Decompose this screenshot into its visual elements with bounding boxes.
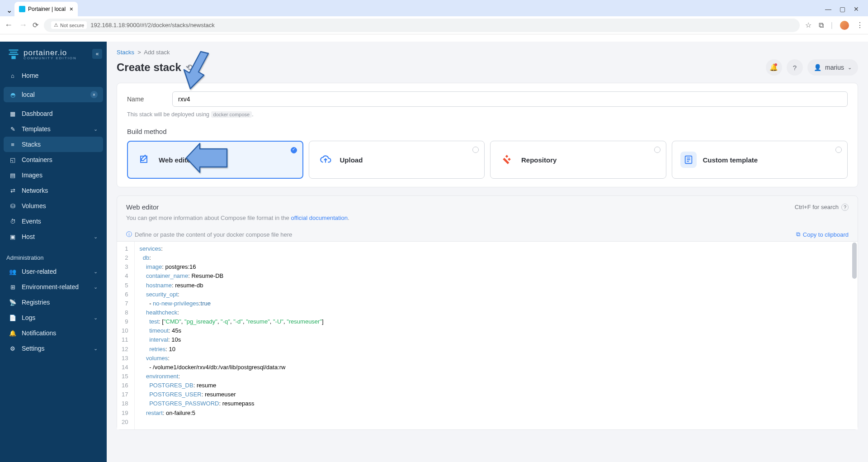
portainer-logo-icon [7,48,20,61]
method-label: Upload [340,156,363,164]
minimize-icon[interactable]: — [825,5,831,13]
notifications-button[interactable]: 🔔 [766,59,782,76]
notification-dot [774,63,777,66]
sidebar-item-templates[interactable]: ✎Templates⌄ [4,121,103,137]
sidebar-item-label: Notifications [22,329,56,337]
host-icon: ▣ [9,233,16,240]
browser-menu-icon[interactable]: ⋮ [856,21,863,29]
sidebar-item-settings[interactable]: ⚙Settings⌄ [4,341,103,356]
sidebar-item-label: Containers [22,156,52,163]
users-icon: 👥 [9,268,16,275]
sidebar-item-label: Networks [22,187,48,194]
registries-icon: 📡 [9,299,16,306]
chevron-down-icon: ⌄ [94,284,98,290]
stacks-icon: ≡ [9,141,16,148]
editor-hint: You can get more information about Compo… [126,214,849,221]
chevron-down-icon: ⌄ [848,65,852,71]
sidebar-item-dashboard[interactable]: ▦Dashboard [4,106,103,121]
sidebar-item-host[interactable]: ▣Host⌄ [4,229,103,244]
chevron-down-icon: ⌄ [94,346,98,352]
breadcrumb-root[interactable]: Stacks [117,49,134,56]
radio-icon [472,147,479,153]
refresh-icon[interactable]: ⟲ [186,62,193,72]
logo[interactable]: portainer.io COMMUNITY EDITION [0,42,107,64]
chevron-down-icon: ⌄ [94,126,98,132]
browser-tab[interactable]: Portainer | local × [14,2,78,16]
web-editor-icon [136,152,152,168]
collapse-sidebar-button[interactable]: « [92,49,102,59]
sidebar-item-label: Host [22,233,35,240]
build-method-title: Build method [127,128,848,135]
sidebar-item-logs[interactable]: 📄Logs⌄ [4,310,103,325]
sidebar-item-images[interactable]: ▤Images [4,167,103,183]
close-tab-icon[interactable]: × [70,5,73,13]
forward-icon[interactable]: → [19,20,27,30]
sidebar-item-stacks[interactable]: ≡Stacks [4,137,103,152]
sidebar-item-environment-related[interactable]: ⊞Environment-related⌄ [4,279,103,295]
info-icon: ⓘ [126,230,132,238]
sidebar-item-events[interactable]: ⏱Events [4,214,103,229]
stack-name-input[interactable] [172,91,848,107]
browser-address-bar: ← → ⟳ ⚠ Not secure 192.168.1.18:9000/#!/… [0,16,868,34]
brand-edition: COMMUNITY EDITION [24,57,77,60]
deploy-hint: This stack will be deployed using docker… [127,111,848,118]
volumes-icon: ⛁ [9,203,16,210]
copy-icon: ⧉ [796,231,800,238]
dashboard-icon: ▦ [9,110,16,117]
method-repository[interactable]: Repository [490,141,666,179]
user-name: marius [825,64,844,71]
radio-icon [291,147,297,153]
bookmark-icon[interactable]: ☆ [805,21,811,29]
sidebar-item-registries[interactable]: 📡Registries [4,295,103,310]
networks-icon: ⇄ [9,187,16,194]
method-label: Custom template [703,156,758,164]
settings-icon: ⚙ [9,345,16,352]
sidebar-item-containers[interactable]: ◱Containers [4,152,103,167]
sidebar-environment[interactable]: ◓ local × [4,87,103,102]
reload-icon[interactable]: ⟳ [33,21,38,29]
stack-form-card: Name This stack will be deployed using d… [117,83,858,187]
sidebar-item-label: Images [22,171,42,179]
extensions-icon[interactable]: ⧉ [819,21,824,29]
sidebar-item-label: Settings [22,345,45,352]
radio-icon [835,147,842,153]
method-upload[interactable]: Upload [309,141,485,179]
sidebar-item-volumes[interactable]: ⛁Volumes [4,198,103,214]
tab-list-dropdown[interactable]: ⌄ [4,4,14,16]
containers-icon: ◱ [9,157,16,163]
sidebar-item-home[interactable]: ⌂ Home [4,68,103,83]
sidebar-item-user-related[interactable]: 👥User-related⌄ [4,264,103,279]
sidebar-item-label: Events [22,218,41,225]
help-icon[interactable]: ? [841,204,849,211]
url-bar[interactable]: ⚠ Not secure 192.168.1.18:9000/#!/2/dock… [44,19,800,32]
close-env-icon[interactable]: × [90,91,98,98]
method-web-editor[interactable]: Web editor [127,141,303,179]
sidebar-section-admin: Administration [0,248,107,264]
docs-link[interactable]: official documentation [291,214,348,221]
events-icon: ⏱ [9,218,16,225]
profile-avatar[interactable] [840,21,849,30]
not-secure-badge[interactable]: ⚠ Not secure [51,21,87,29]
copy-to-clipboard-button[interactable]: ⧉ Copy to clipboard [796,231,849,238]
line-gutter: 1234567891011121314151617181920 [117,242,135,429]
sidebar-item-label: Volumes [22,202,46,210]
editor-scrollbar[interactable] [852,243,857,279]
code-body[interactable]: services: db: image: postgres:16 contain… [135,242,858,429]
back-icon[interactable]: ← [5,20,13,30]
close-window-icon[interactable]: ✕ [854,5,859,13]
web-editor-card: Web editor Ctrl+F for search ? You can g… [117,195,858,430]
method-custom-template[interactable]: Custom template [672,141,848,179]
sidebar-item-notifications[interactable]: 🔔Notifications [4,325,103,341]
sidebar-item-networks[interactable]: ⇄Networks [4,183,103,198]
tab-title: Portainer | local [28,6,66,12]
warning-icon: ⚠ [54,22,58,28]
code-editor[interactable]: 1234567891011121314151617181920 services… [117,241,858,429]
breadcrumb: Stacks > Add stack [107,42,868,57]
templates-icon: ✎ [9,126,16,133]
maximize-icon[interactable]: ▢ [840,5,845,13]
help-button[interactable]: ? [787,59,803,76]
home-icon: ⌂ [9,72,16,79]
user-menu[interactable]: 👤 marius ⌄ [807,59,858,76]
whale-icon: ◓ [9,91,16,98]
sidebar-item-label: Environment-related [22,283,79,291]
